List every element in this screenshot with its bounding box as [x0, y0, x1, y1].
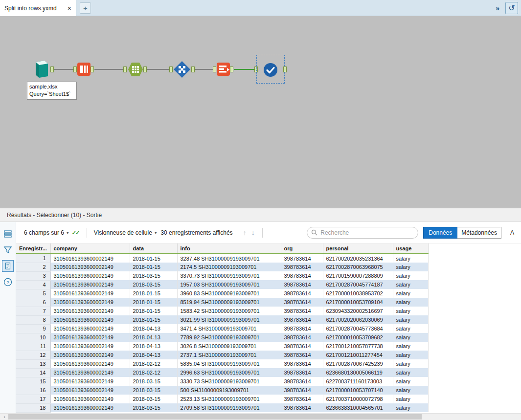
row-number-cell[interactable]: 10 — [16, 333, 50, 342]
data-tab-button[interactable]: Données — [423, 227, 457, 239]
arrow-up-icon[interactable]: ↑ — [241, 229, 249, 237]
table-cell[interactable]: 31050161393600002149 — [50, 271, 130, 280]
column-header[interactable]: data — [130, 243, 177, 254]
table-cell[interactable]: 398783614 — [281, 315, 323, 324]
table-cell[interactable]: 398783614 — [281, 254, 323, 263]
fields-dropdown[interactable]: 6 champs sur 6 ▾ — [22, 228, 71, 238]
tool-annotation[interactable]: sample.xlsx Query=`Sheet1$` — [27, 82, 77, 100]
table-cell[interactable]: salary — [393, 386, 428, 395]
column-header[interactable]: personal — [323, 243, 393, 254]
profile-view-button[interactable] — [2, 244, 14, 256]
table-cell[interactable]: 398783614 — [281, 263, 323, 271]
table-cell[interactable]: 8519.94 SH31000009193009701 — [177, 298, 281, 307]
workflow-tool-join[interactable] — [173, 61, 191, 80]
row-number-cell[interactable]: 18 — [16, 403, 50, 412]
table-cell[interactable]: 2018-03-15 — [130, 386, 177, 395]
row-number-cell[interactable]: 12 — [16, 351, 50, 359]
table-cell[interactable]: 6217000010053709682 — [323, 333, 393, 342]
table-cell[interactable]: 3021.99 SH31000009193009701 — [177, 315, 281, 324]
row-number-cell[interactable]: 2 — [16, 263, 50, 271]
table-cell[interactable]: 31050161393600002149 — [50, 324, 130, 333]
row-number-cell[interactable]: 16 — [16, 386, 50, 395]
table-cell[interactable]: salary — [393, 324, 428, 333]
table-cell[interactable]: 31050161393600002149 — [50, 307, 130, 315]
table-cell[interactable]: 31050161393600002149 — [50, 395, 130, 403]
table-row[interactable]: 17310501613936000021492018-03-152523.13 … — [16, 395, 428, 403]
table-cell[interactable]: 31050161393600002149 — [50, 298, 130, 307]
table-row[interactable]: 6310501613936000021492018-01-158519.94 S… — [16, 298, 428, 307]
data-view-button[interactable] — [2, 260, 14, 272]
table-cell[interactable]: 31050161393600002149 — [50, 280, 130, 289]
table-cell[interactable]: 3471.4 SH31000009193009701 — [177, 324, 281, 333]
table-cell[interactable]: 2018-01-15 — [130, 263, 177, 271]
table-cell[interactable]: 398783614 — [281, 280, 323, 289]
table-cell[interactable]: 2018-03-15 — [130, 377, 177, 386]
table-cell[interactable]: 2018-04-13 — [130, 351, 177, 359]
table-cell[interactable]: salary — [393, 271, 428, 280]
table-cell[interactable]: 2018-01-15 — [130, 315, 177, 324]
table-cell[interactable]: 31050161393600002149 — [50, 289, 130, 298]
table-cell[interactable]: 2018-02-12 — [130, 368, 177, 377]
table-cell[interactable]: 2018-02-12 — [130, 359, 177, 368]
row-number-cell[interactable]: 17 — [16, 395, 50, 403]
workflow-tool-table[interactable] — [127, 61, 144, 80]
clipped-button[interactable]: A — [510, 229, 516, 236]
input-anchor[interactable] — [123, 66, 127, 72]
row-number-cell[interactable]: 1 — [16, 254, 50, 263]
table-cell[interactable]: 2018-03-15 — [130, 395, 177, 403]
column-header[interactable]: org — [281, 243, 323, 254]
table-cell[interactable]: 2174.5 SH31000009193009701 — [177, 263, 281, 271]
table-cell[interactable]: salary — [393, 263, 428, 271]
results-panel-header[interactable]: Résultats - Sélectionner (10) - Sortie — [0, 208, 521, 222]
table-cell[interactable]: 6217002870067425239 — [323, 359, 393, 368]
row-number-cell[interactable]: 9 — [16, 324, 50, 333]
output-anchor[interactable] — [191, 66, 195, 72]
table-row[interactable]: 18310501613936000021492018-03-152709.58 … — [16, 403, 428, 412]
table-row[interactable]: 14310501613936000021492018-02-122996.63 … — [16, 368, 428, 377]
table-cell[interactable]: 398783614 — [281, 298, 323, 307]
row-number-cell[interactable]: 7 — [16, 307, 50, 315]
table-row[interactable]: 15310501613936000021492018-03-153330.73 … — [16, 377, 428, 386]
table-cell[interactable]: 31050161393600002149 — [50, 315, 130, 324]
output-anchor[interactable] — [283, 66, 287, 72]
connection-line[interactable] — [195, 69, 213, 70]
table-cell[interactable]: 6217003710000072798 — [323, 395, 393, 403]
table-cell[interactable]: 31050161393600002149 — [50, 333, 130, 342]
close-icon[interactable]: × — [68, 4, 71, 12]
table-cell[interactable]: 2996.63 SH31000009193009701 — [177, 368, 281, 377]
table-cell[interactable]: 398783614 — [281, 403, 323, 412]
table-cell[interactable]: 2018-01-15 — [130, 289, 177, 298]
table-cell[interactable]: 6217000010038953702 — [323, 289, 393, 298]
table-row[interactable]: 13310501613936000021492018-02-125835.04 … — [16, 359, 428, 368]
table-cell[interactable]: salary — [393, 333, 428, 342]
table-cell[interactable]: 2018-04-13 — [130, 342, 177, 351]
table-cell[interactable]: 2018-03-15 — [130, 280, 177, 289]
chevrons-icon[interactable]: » — [496, 4, 499, 12]
horizontal-scrollbar[interactable]: ‹ — [0, 413, 521, 420]
row-number-cell[interactable]: 6 — [16, 298, 50, 307]
table-cell[interactable]: 3330.73 SH31000009193009701 — [177, 377, 281, 386]
row-number-cell[interactable]: 11 — [16, 342, 50, 351]
table-cell[interactable]: 6217002870045774187 — [323, 280, 393, 289]
input-anchor[interactable] — [73, 66, 77, 72]
workflow-tool-transform[interactable] — [217, 63, 230, 76]
column-header[interactable]: info — [177, 243, 281, 254]
table-row[interactable]: 9310501613936000021492018-04-133471.4 SH… — [16, 324, 428, 333]
table-cell[interactable]: salary — [393, 298, 428, 307]
output-anchor[interactable] — [50, 66, 54, 72]
help-button[interactable]: ? — [2, 276, 14, 288]
table-view-button[interactable] — [2, 228, 14, 240]
table-cell[interactable]: salary — [393, 368, 428, 377]
row-number-cell[interactable]: 5 — [16, 289, 50, 298]
workflow-tool-input-data[interactable] — [33, 60, 50, 80]
connection-line[interactable] — [147, 69, 169, 70]
table-cell[interactable]: 6217001210057877738 — [323, 342, 393, 351]
connection-line[interactable] — [54, 69, 75, 70]
table-cell[interactable]: 1957.03 SH31000009193009701 — [177, 280, 281, 289]
table-row[interactable]: 10310501613936000021492018-04-137789.92 … — [16, 333, 428, 342]
table-cell[interactable]: 1583.42 SH31000009193009701 — [177, 307, 281, 315]
table-cell[interactable]: 2018-01-15 — [130, 254, 177, 263]
row-number-cell[interactable]: 8 — [16, 315, 50, 324]
table-cell[interactable]: 398783614 — [281, 289, 323, 298]
workflow-tab[interactable]: Split into rows.yxmd × — [0, 0, 76, 16]
